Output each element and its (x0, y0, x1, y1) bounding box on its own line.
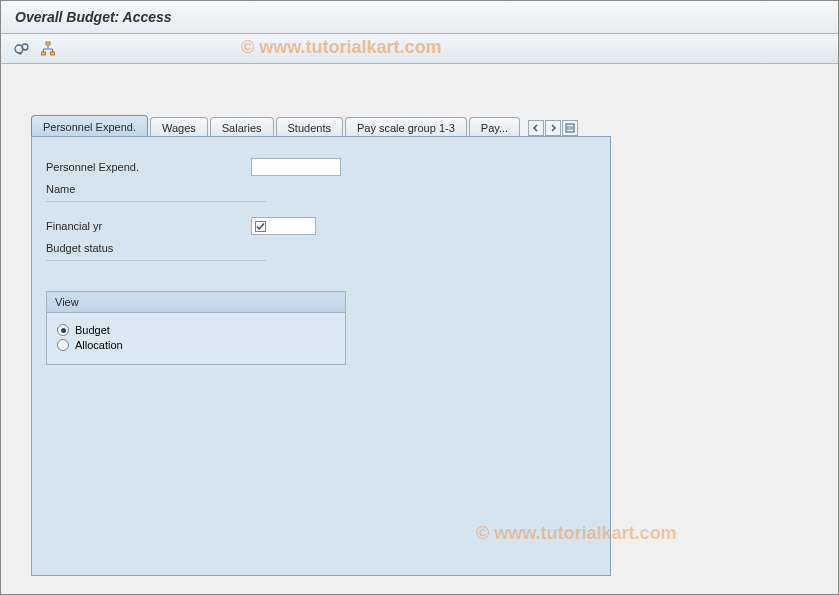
financial-yr-label: Financial yr (46, 220, 251, 232)
tab-scroll-right-icon[interactable] (545, 120, 561, 136)
radio-budget[interactable]: Budget (57, 324, 335, 336)
radio-icon (57, 339, 69, 351)
structure-icon[interactable] (39, 40, 57, 58)
radio-allocation[interactable]: Allocation (57, 339, 335, 351)
row-budget-status: Budget status (46, 238, 596, 258)
budget-status-label: Budget status (46, 242, 251, 254)
name-label: Name (46, 183, 251, 195)
radio-allocation-label: Allocation (75, 339, 123, 351)
row-name: Name (46, 179, 596, 199)
tab-list-icon[interactable] (562, 120, 578, 136)
view-groupbox-body: Budget Allocation (47, 313, 345, 364)
svg-rect-4 (51, 52, 55, 55)
view-groupbox: View Budget Allocation (46, 291, 346, 365)
separator-2 (46, 260, 266, 261)
execute-icon[interactable] (13, 40, 31, 58)
personnel-expend-input[interactable] (251, 158, 341, 176)
title-bar: Overall Budget: Access (1, 1, 838, 34)
svg-rect-5 (566, 124, 574, 132)
tab-wages[interactable]: Wages (150, 117, 208, 137)
financial-yr-input[interactable] (251, 217, 316, 235)
svg-rect-2 (46, 42, 50, 45)
tab-pay-scale-group[interactable]: Pay scale group 1-3 (345, 117, 467, 137)
content-area: Personnel Expend. Wages Salaries Student… (1, 64, 838, 576)
row-financial-yr: Financial yr (46, 216, 596, 236)
tab-strip: Personnel Expend. Wages Salaries Student… (31, 114, 838, 136)
radio-budget-label: Budget (75, 324, 110, 336)
check-icon (255, 221, 266, 232)
row-personnel-expend: Personnel Expend. (46, 157, 596, 177)
tab-students[interactable]: Students (276, 117, 343, 137)
svg-rect-3 (42, 52, 46, 55)
separator-1 (46, 201, 266, 202)
personnel-expend-label: Personnel Expend. (46, 161, 251, 173)
tab-scroll-controls (528, 120, 578, 136)
tab-pay-overflow[interactable]: Pay... (469, 117, 520, 137)
tab-panel: Personnel Expend. Name Financial yr Budg… (31, 136, 611, 576)
radio-icon (57, 324, 69, 336)
view-groupbox-title: View (47, 292, 345, 313)
tab-scroll-left-icon[interactable] (528, 120, 544, 136)
page-title: Overall Budget: Access (15, 9, 824, 25)
toolbar (1, 34, 838, 64)
tab-personnel-expend[interactable]: Personnel Expend. (31, 115, 148, 136)
tab-salaries[interactable]: Salaries (210, 117, 274, 137)
